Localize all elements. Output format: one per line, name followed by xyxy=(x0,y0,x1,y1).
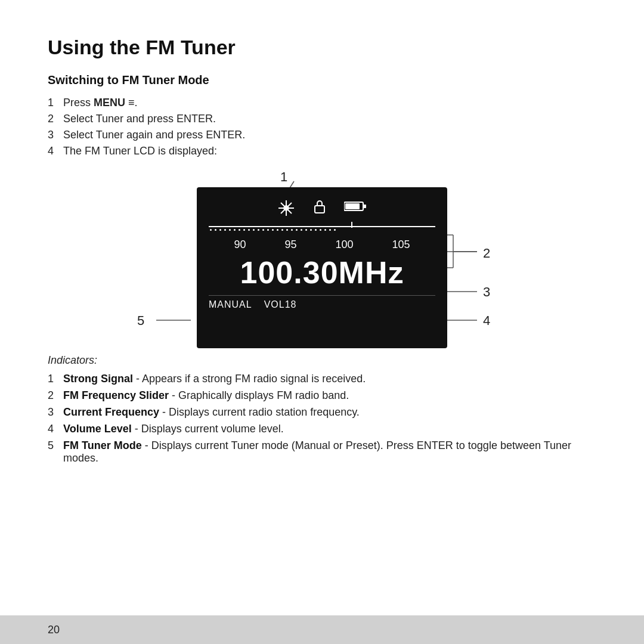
callout-3: 3 xyxy=(483,284,490,300)
ind-term-5: FM Tuner Mode xyxy=(63,439,142,451)
indicators-section: Indicators: 1 Strong Signal - Appears if… xyxy=(48,354,596,465)
ind-num-5: 5 xyxy=(48,439,57,465)
ind-text-2: FM Frequency Slider - Graphically displa… xyxy=(63,389,349,402)
step-num-2: 2 xyxy=(48,113,57,125)
page-title: Using the FM Tuner xyxy=(48,36,596,59)
signal-icon xyxy=(277,198,295,217)
ind-term-4: Volume Level xyxy=(63,423,132,435)
footer: 20 xyxy=(0,615,644,644)
freq-label-95: 95 xyxy=(284,239,296,251)
lcd-mode: MANUAL xyxy=(209,299,252,310)
ind-term-2: FM Frequency Slider xyxy=(63,389,169,401)
ind-desc-3: - Displays current radio station frequen… xyxy=(162,406,360,418)
indicator-4: 4 Volume Level - Displays current volume… xyxy=(48,423,596,435)
ind-term-3: Current Frequency xyxy=(63,406,159,418)
ind-text-5: FM Tuner Mode - Displays current Tuner m… xyxy=(63,439,596,465)
step-text-3: Select Tuner again and press ENTER. xyxy=(63,129,245,141)
ind-term-1: Strong Signal xyxy=(63,373,133,385)
battery-icon xyxy=(344,200,367,215)
step-1: 1 Press MENU ≡. xyxy=(48,97,596,109)
ind-num-1: 1 xyxy=(48,373,57,385)
lcd-main-frequency: 100.30MHz xyxy=(209,255,435,290)
main-content: Using the FM Tuner Switching to FM Tuner… xyxy=(0,0,644,615)
ind-desc-4: - Displays current volume level. xyxy=(135,423,284,435)
step-num-4: 4 xyxy=(48,145,57,157)
step-3: 3 Select Tuner again and press ENTER. xyxy=(48,129,596,141)
lcd-freq-labels: 90 95 100 105 xyxy=(209,239,435,251)
step-2: 2 Select Tuner and press ENTER. xyxy=(48,113,596,125)
indicator-1: 1 Strong Signal - Appears if a strong FM… xyxy=(48,373,596,385)
indicator-5: 5 FM Tuner Mode - Displays current Tuner… xyxy=(48,439,596,465)
ind-num-3: 3 xyxy=(48,406,57,419)
step-text-4: The FM Tuner LCD is displayed: xyxy=(63,145,217,157)
lcd-volume: VOL18 xyxy=(264,299,297,310)
callout-4: 4 xyxy=(483,313,490,329)
freq-label-105: 105 xyxy=(392,239,410,251)
page-number: 20 xyxy=(48,624,60,636)
indicators-label: Indicators: xyxy=(48,354,596,367)
lcd-top-icons xyxy=(209,198,435,217)
step-text-1: Press MENU ≡. xyxy=(63,97,138,109)
step-num-1: 1 xyxy=(48,97,57,109)
ind-desc-1: - Appears if a strong FM radio signal is… xyxy=(136,373,366,385)
svg-rect-16 xyxy=(345,203,360,209)
ind-text-1: Strong Signal - Appears if a strong FM r… xyxy=(63,373,366,385)
lcd-diagram-area: 1 2 3 xyxy=(48,169,596,348)
ind-desc-2: - Graphically displays FM radio band. xyxy=(172,389,349,401)
step-text-2: Select Tuner and press ENTER. xyxy=(63,113,216,125)
freq-label-90: 90 xyxy=(234,239,246,251)
lcd-bottom-bar: MANUAL VOL18 xyxy=(209,295,435,310)
callout-2: 2 xyxy=(483,246,490,261)
lcd-slider-area xyxy=(209,223,435,235)
indicators-list: 1 Strong Signal - Appears if a strong FM… xyxy=(48,373,596,465)
step-4: 4 The FM Tuner LCD is displayed: xyxy=(48,145,596,157)
indicator-3: 3 Current Frequency - Displays current r… xyxy=(48,406,596,419)
lcd-display: 90 95 100 105 100.30MHz MANUAL VOL18 xyxy=(197,187,447,348)
menu-bold: MENU ≡ xyxy=(94,97,135,109)
steps-list: 1 Press MENU ≡. 2 Select Tuner and press… xyxy=(48,97,596,157)
page: Using the FM Tuner Switching to FM Tuner… xyxy=(0,0,644,644)
ind-text-3: Current Frequency - Displays current rad… xyxy=(63,406,360,419)
ind-num-2: 2 xyxy=(48,389,57,402)
freq-label-100: 100 xyxy=(335,239,353,251)
lock-icon xyxy=(313,199,326,217)
svg-rect-17 xyxy=(363,205,366,208)
indicator-2: 2 FM Frequency Slider - Graphically disp… xyxy=(48,389,596,402)
callout-1: 1 xyxy=(280,169,287,185)
svg-rect-14 xyxy=(315,206,324,213)
ind-num-4: 4 xyxy=(48,423,57,435)
ind-text-4: Volume Level - Displays current volume l… xyxy=(63,423,284,435)
step-num-3: 3 xyxy=(48,129,57,141)
callout-5: 5 xyxy=(137,313,144,329)
section-heading: Switching to FM Tuner Mode xyxy=(48,73,596,87)
